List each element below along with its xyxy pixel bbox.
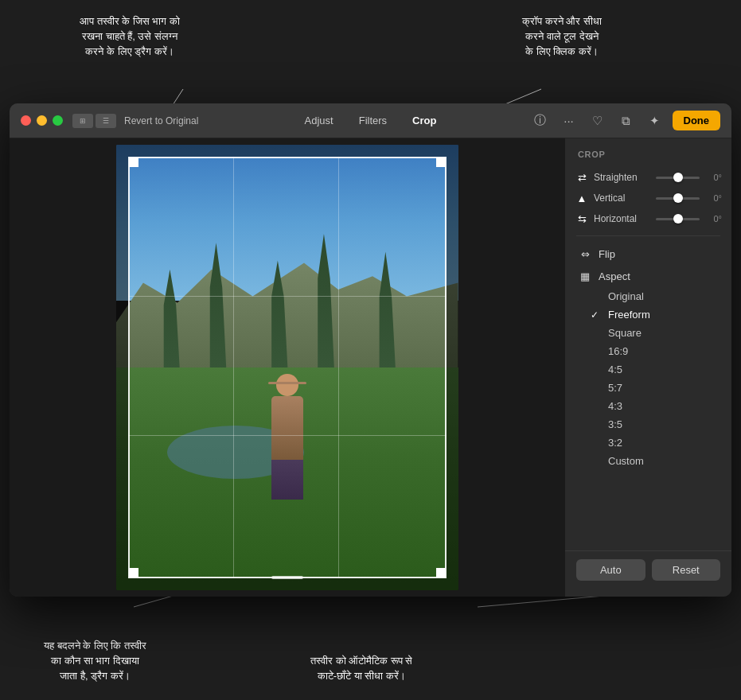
vertical-icon: ▲ bbox=[575, 191, 589, 205]
horizontal-label: Horizontal bbox=[594, 213, 651, 224]
done-button[interactable]: Done bbox=[673, 111, 721, 130]
person-in-photo bbox=[263, 374, 311, 501]
aspect-4-5-label: 4:5 bbox=[608, 364, 622, 375]
aspect-item-custom[interactable]: Custom bbox=[565, 452, 731, 470]
straighten-slider[interactable] bbox=[656, 177, 700, 179]
aspect-square-label: Square bbox=[608, 327, 642, 339]
photo-container[interactable] bbox=[116, 145, 458, 590]
vertical-label: Vertical bbox=[594, 192, 651, 204]
straighten-value: 0° bbox=[704, 173, 722, 182]
close-button[interactable] bbox=[21, 115, 31, 126]
aspect-16-9-label: 16:9 bbox=[608, 345, 628, 357]
aspect-label: Aspect bbox=[599, 270, 630, 282]
traffic-lights bbox=[21, 115, 63, 126]
straighten-row: ⇄ Straighten 0° bbox=[565, 167, 731, 188]
aspect-3-2-label: 3:2 bbox=[608, 437, 622, 449]
flip-icon: ⇔ bbox=[578, 247, 592, 261]
maximize-button[interactable] bbox=[53, 115, 63, 126]
app-window: ⊞ ☰ Adjust Filters Crop Revert to Origin… bbox=[10, 103, 731, 597]
aspect-custom-label: Custom bbox=[608, 455, 644, 467]
horizontal-row: ⇆ Horizontal 0° bbox=[565, 208, 731, 229]
horizontal-value: 0° bbox=[704, 214, 722, 224]
aspect-item-3-2[interactable]: 3:2 bbox=[565, 434, 731, 452]
aspect-original-label: Original bbox=[608, 290, 644, 302]
drag-indicator bbox=[271, 576, 303, 579]
sidebar: CROP ⇄ Straighten 0° ▲ Vertical 0° bbox=[564, 138, 731, 597]
minimize-button[interactable] bbox=[37, 115, 47, 126]
share-icon[interactable]: ··· bbox=[558, 110, 580, 132]
aspect-item-freeform[interactable]: ✓ Freeform bbox=[565, 305, 731, 324]
divider-1 bbox=[576, 235, 720, 236]
reset-button[interactable]: Reset bbox=[652, 559, 721, 581]
aspect-icon: ▦ bbox=[578, 269, 592, 283]
sidebar-bottom-actions: Auto Reset bbox=[565, 550, 731, 589]
favorite-icon[interactable]: ♡ bbox=[587, 110, 609, 132]
callout-bottom-left: यह बदलने के लिए कि तस्वीर का कौन सा भाग … bbox=[44, 639, 146, 684]
straighten-label: Straighten bbox=[594, 172, 651, 183]
callout-bottom-right: तस्वीर को ऑटोमैटिक रूप से काटे-छाँटे या … bbox=[310, 654, 412, 684]
aspect-item-4-5[interactable]: 4:5 bbox=[565, 360, 731, 379]
svg-line-3 bbox=[478, 595, 613, 607]
revert-button[interactable]: Revert to Original bbox=[113, 111, 209, 130]
view-grid-button[interactable]: ⊞ bbox=[72, 114, 93, 128]
straighten-icon: ⇄ bbox=[575, 170, 589, 185]
flip-label: Flip bbox=[599, 248, 615, 260]
aspect-item-square[interactable]: Square bbox=[565, 324, 731, 342]
toolbar-nav: Adjust Filters Crop bbox=[294, 111, 448, 130]
titlebar: ⊞ ☰ Adjust Filters Crop Revert to Origin… bbox=[10, 103, 731, 138]
aspect-4-3-label: 4:3 bbox=[608, 400, 622, 412]
copy-icon[interactable]: ⧉ bbox=[615, 110, 638, 132]
filters-button[interactable]: Filters bbox=[348, 111, 398, 130]
vertical-slider[interactable] bbox=[656, 197, 700, 200]
aspect-5-7-label: 5:7 bbox=[608, 382, 622, 394]
aspect-freeform-label: Freeform bbox=[608, 309, 650, 321]
titlebar-right-actions: ⓘ ··· ♡ ⧉ ✦ Done bbox=[529, 110, 721, 132]
aspect-row[interactable]: ▦ Aspect bbox=[565, 265, 731, 287]
horizontal-slider[interactable] bbox=[656, 218, 700, 220]
callout-top-left: आप तस्वीर के जिस भाग को रखना चाहते हैं, … bbox=[80, 14, 180, 60]
checkmark-freeform: ✓ bbox=[591, 309, 602, 321]
aspect-item-4-3[interactable]: 4:3 bbox=[565, 397, 731, 415]
photo-image bbox=[116, 145, 458, 590]
info-icon[interactable]: ⓘ bbox=[529, 110, 552, 132]
crop-button[interactable]: Crop bbox=[401, 111, 447, 130]
aspect-item-3-5[interactable]: 3:5 bbox=[565, 415, 731, 434]
horizontal-icon: ⇆ bbox=[575, 212, 589, 226]
callout-top-right: क्रॉप करने और सीधा करने वाले टूल देखने क… bbox=[522, 14, 602, 60]
sidebar-section-title: CROP bbox=[565, 150, 731, 167]
tools-icon[interactable]: ✦ bbox=[644, 110, 666, 132]
auto-button[interactable]: Auto bbox=[576, 559, 645, 581]
vertical-row: ▲ Vertical 0° bbox=[565, 188, 731, 208]
view-toggle: ⊞ ☰ bbox=[72, 114, 116, 128]
main-content: CROP ⇄ Straighten 0° ▲ Vertical 0° bbox=[10, 138, 731, 597]
aspect-item-16-9[interactable]: 16:9 bbox=[565, 342, 731, 360]
adjust-button[interactable]: Adjust bbox=[294, 111, 345, 130]
aspect-item-original[interactable]: Original bbox=[565, 287, 731, 305]
aspect-item-5-7[interactable]: 5:7 bbox=[565, 379, 731, 397]
aspect-3-5-label: 3:5 bbox=[608, 418, 622, 430]
vertical-value: 0° bbox=[704, 193, 722, 203]
flip-row[interactable]: ⇔ Flip bbox=[565, 243, 731, 265]
photo-area bbox=[10, 138, 564, 597]
